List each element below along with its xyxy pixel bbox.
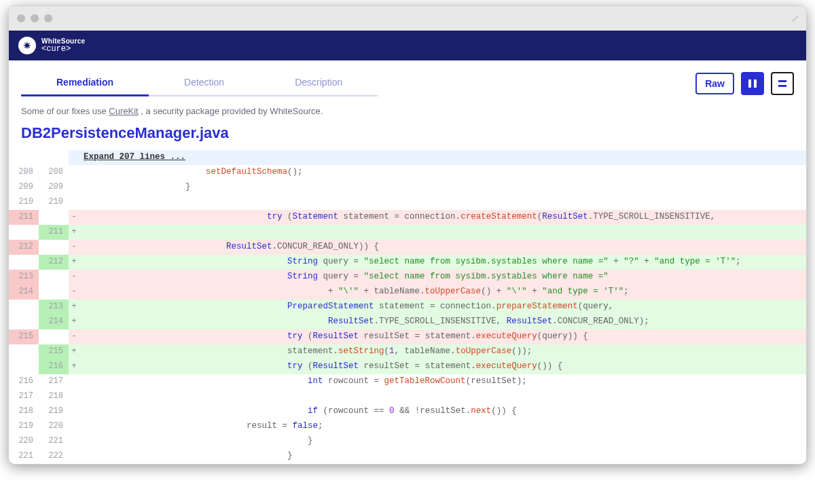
brand-text: WhiteSource <cure>	[41, 38, 85, 53]
gutter-old	[9, 314, 39, 329]
diff-line: 221222 }	[9, 449, 806, 464]
raw-button[interactable]: Raw	[695, 73, 734, 94]
code-cell: try (Statement statement = connection.cr…	[79, 210, 806, 225]
diff-line: 208208 setDefaultSchema();	[9, 165, 806, 180]
diff-sign: +	[69, 344, 79, 359]
diff-line: 214+ ResultSet.TYPE_SCROLL_INSENSITIVE, …	[9, 314, 806, 329]
diff-line: 211- try (Statement statement = connecti…	[9, 210, 806, 225]
diff-sign: +	[69, 314, 79, 329]
gutter-new: 214	[39, 314, 69, 329]
diff-line: 219220 result = false;	[9, 419, 806, 434]
gutter-new: 219	[39, 404, 69, 419]
svg-rect-2	[778, 80, 786, 82]
maximize-icon[interactable]	[44, 14, 52, 22]
code-cell: }	[79, 434, 806, 449]
code-cell	[79, 389, 806, 404]
gutter-old: 212	[9, 240, 39, 255]
diff-line: 215+ statement.setString(1, tableName.to…	[9, 344, 806, 359]
gutter-old: 219	[9, 419, 39, 434]
code-cell: ResultSet.CONCUR_READ_ONLY)) {	[79, 240, 806, 255]
columns-view-icon[interactable]	[741, 72, 764, 95]
diff-sign: -	[69, 210, 79, 225]
diff-view: Expand 207 lines ... 208208 setDefaultSc…	[9, 150, 806, 464]
expand-row[interactable]: Expand 207 lines ...	[9, 150, 806, 165]
tabs: Remediation Detection Description	[21, 70, 378, 96]
code-cell: PreparedStatement statement = connection…	[79, 300, 806, 314]
window-titlebar: ⤢	[9, 6, 806, 31]
diff-sign	[69, 180, 79, 195]
code-cell: if (rowcount == 0 && !resultSet.next()) …	[79, 404, 806, 419]
gutter-old: 214	[9, 285, 39, 300]
diff-sign: +	[69, 359, 79, 374]
code-cell: }	[79, 449, 806, 464]
diff-sign: +	[69, 300, 79, 314]
gutter-new: 208	[39, 165, 69, 180]
diff-sign: -	[69, 270, 79, 285]
diff-line: 209209 }	[9, 180, 806, 195]
diff-sign: -	[69, 285, 79, 300]
tab-detection[interactable]: Detection	[149, 70, 259, 96]
gutter-new: 215	[39, 344, 69, 359]
gutter-old	[9, 344, 39, 359]
diff-sign	[69, 419, 79, 434]
gutter-new	[39, 285, 69, 300]
brand-logo-icon: ✷	[18, 37, 36, 54]
code-cell: setDefaultSchema();	[79, 165, 806, 180]
gutter-new: 210	[39, 195, 69, 210]
gutter-new: 213	[39, 300, 69, 314]
gutter-old: 215	[9, 329, 39, 344]
diff-sign: +	[69, 225, 79, 240]
hint-suffix: , a security package provided by WhiteSo…	[139, 106, 323, 116]
brand-bar: ✷ WhiteSource <cure>	[9, 31, 806, 60]
gutter-old: 220	[9, 434, 39, 449]
expand-window-icon[interactable]: ⤢	[791, 13, 799, 24]
gutter-new	[39, 329, 69, 344]
diff-line: 213+ PreparedStatement statement = conne…	[9, 300, 806, 314]
minimize-icon[interactable]	[31, 14, 39, 22]
code-cell: }	[79, 180, 806, 195]
curekit-link[interactable]: CureKit	[109, 106, 138, 116]
app-window: ⤢ ✷ WhiteSource <cure> Remediation Detec…	[8, 5, 807, 465]
diff-sign	[69, 404, 79, 419]
gutter-new: 209	[39, 180, 69, 195]
gutter-new: 217	[39, 374, 69, 389]
gutter-old: 218	[9, 404, 39, 419]
tab-description[interactable]: Description	[259, 70, 378, 96]
code-cell	[79, 195, 806, 210]
svg-rect-1	[754, 79, 757, 88]
diff-sign	[69, 389, 79, 404]
gutter-new: 216	[39, 359, 69, 374]
gutter-new	[39, 240, 69, 255]
rows-view-icon[interactable]	[771, 72, 794, 95]
diff-line: 211+	[9, 225, 806, 240]
diff-line: 218219 if (rowcount == 0 && !resultSet.n…	[9, 404, 806, 419]
svg-rect-0	[748, 79, 751, 88]
diff-line: 216+ try (ResultSet resultSet = statemen…	[9, 359, 806, 374]
diff-line: 220221 }	[9, 434, 806, 449]
diff-sign	[69, 165, 79, 180]
diff-sign	[69, 374, 79, 389]
code-cell	[79, 225, 806, 240]
code-cell: result = false;	[79, 419, 806, 434]
gutter-new: 211	[39, 225, 69, 240]
gutter-new: 222	[39, 449, 69, 464]
gutter-new: 220	[39, 419, 69, 434]
tab-row: Remediation Detection Description Raw	[9, 60, 806, 96]
diff-sign	[69, 195, 79, 210]
gutter-new	[39, 270, 69, 285]
code-cell: + "\'" + tableName.toUpperCase() + "\'" …	[79, 285, 806, 300]
code-cell: ResultSet.TYPE_SCROLL_INSENSITIVE, Resul…	[79, 314, 806, 329]
diff-sign: +	[69, 255, 79, 270]
diff-sign: -	[69, 240, 79, 255]
tab-remediation[interactable]: Remediation	[21, 70, 149, 96]
gutter-old: 208	[9, 165, 39, 180]
window-controls	[17, 14, 52, 22]
close-icon[interactable]	[17, 14, 25, 22]
diff-line: 212+ String query = "select name from sy…	[9, 255, 806, 270]
code-cell: String query = "select name from sysibm.…	[79, 255, 806, 270]
code-cell: try (ResultSet resultSet = statement.exe…	[79, 359, 806, 374]
diff-line: 213- String query = "select name from sy…	[9, 270, 806, 285]
gutter-old: 209	[9, 180, 39, 195]
gutter-old	[9, 255, 39, 270]
gutter-old: 217	[9, 389, 39, 404]
